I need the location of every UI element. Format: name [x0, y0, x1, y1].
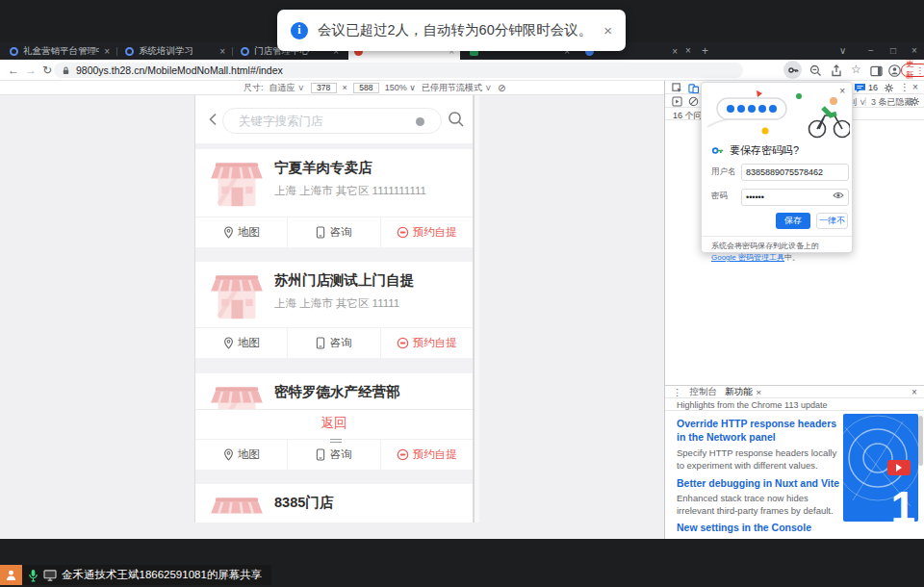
zoom-dropdown[interactable]: 150% ∨	[385, 83, 416, 92]
mobile-page: 宁夏羊肉专卖店 上海 上海市 其它区 1111111111 地图 咨询	[194, 95, 474, 523]
consult-button[interactable]: 咨询	[288, 328, 380, 358]
username-field[interactable]	[741, 164, 849, 181]
dimensions-mode-dropdown[interactable]: 自适应 ∨	[270, 82, 305, 94]
bookmark-star-icon[interactable]: ☆	[851, 63, 861, 76]
consult-button[interactable]: 咨询	[288, 217, 380, 247]
drawer-scrollbar[interactable]	[918, 416, 923, 466]
inspect-element-icon[interactable]	[672, 83, 682, 93]
console-settings-gear-icon[interactable]	[910, 96, 920, 107]
never-save-button[interactable]: 一律不	[816, 213, 848, 229]
rotate-viewport-icon[interactable]: ⊘	[498, 83, 505, 93]
password-manager-link[interactable]: Google 密码管理工具	[711, 253, 784, 262]
settings-gear-icon[interactable]	[884, 83, 894, 93]
store-address: 上海 上海市 其它区 11111	[274, 296, 399, 311]
times-label: ×	[343, 83, 347, 92]
tab-separator	[232, 47, 233, 56]
consult-button[interactable]: 咨询	[288, 440, 380, 470]
new-tab-button[interactable]: +	[702, 44, 708, 58]
tab-close-icon[interactable]: ×	[672, 46, 678, 57]
toast-message: 会议已超过2人，自动转为60分钟限时会议。	[318, 21, 592, 39]
tab-close-icon[interactable]: ×	[685, 45, 691, 56]
share-icon[interactable]	[831, 64, 842, 81]
password-key-icon	[711, 144, 724, 157]
run-snippet-icon[interactable]	[672, 96, 682, 107]
store-card[interactable]: 苏州门店测试上门自提 上海 上海市 其它区 11111 地图 咨询	[195, 262, 473, 358]
pickup-button[interactable]: 预约自提	[381, 440, 473, 470]
drawer-tab-close-icon[interactable]: ×	[757, 387, 762, 397]
storefront-icon	[209, 160, 265, 208]
reload-icon[interactable]: ↻	[42, 64, 52, 77]
store-name: 宁夏羊肉专卖店	[274, 159, 372, 177]
console-messages-icon[interactable]	[854, 83, 866, 93]
touch-cursor-dot	[416, 117, 424, 126]
drawer-tab-console[interactable]: 控制台	[690, 386, 718, 398]
video-number: 1	[890, 485, 915, 522]
browser-tab-2[interactable]: 系统培训学习 ×	[119, 43, 231, 60]
info-icon: i	[291, 22, 308, 39]
throttling-dropdown[interactable]: 已停用节流模式 ∨	[422, 82, 492, 94]
pickup-icon	[397, 226, 409, 239]
side-panel-icon[interactable]	[870, 64, 883, 81]
tab-close-icon[interactable]: ×	[104, 46, 110, 57]
back-bar[interactable]: 返回	[195, 409, 473, 437]
save-password-button[interactable]: 保存	[776, 213, 810, 229]
chrome-update-button[interactable]: 更新 ⋮	[901, 64, 924, 77]
location-pin-icon	[223, 337, 234, 349]
tab-search-icon[interactable]: ∨	[839, 45, 846, 56]
whats-new-item-desc: Specify HTTP response headers locally to…	[677, 447, 838, 472]
storefront-icon	[209, 272, 265, 320]
address-bar[interactable]: 9800ys.th28.cn/MobileModNoMall.html#/ind…	[54, 63, 743, 78]
search-icon[interactable]	[448, 111, 465, 128]
map-button[interactable]: 地图	[195, 217, 288, 247]
drawer-tab-whats-new[interactable]: 新功能 ×	[725, 386, 761, 398]
show-password-eye-icon[interactable]	[833, 191, 844, 200]
tab-favicon	[10, 47, 18, 56]
store-card[interactable]: 8385门店	[195, 484, 473, 523]
kebab-menu-icon[interactable]: ⋮	[900, 82, 910, 92]
map-button[interactable]: 地图	[195, 328, 288, 358]
store-name: 密特罗德水产经营部	[274, 383, 400, 401]
pickup-button[interactable]: 预约自提	[381, 328, 473, 358]
window-close-button[interactable]: ×	[911, 45, 917, 56]
forward-icon[interactable]: →	[25, 64, 37, 77]
whats-new-item-title[interactable]: New settings in the Console	[677, 522, 842, 535]
tab-close-icon[interactable]: ×	[219, 46, 225, 57]
play-button-icon[interactable]	[887, 460, 911, 475]
viewport-resize-gutter[interactable]	[474, 95, 479, 523]
store-search-box[interactable]	[222, 108, 442, 134]
whats-new-item-title[interactable]: Override HTTP response headers in the Ne…	[677, 418, 842, 444]
device-toolbar-icon[interactable]	[688, 83, 699, 93]
store-search-input[interactable]	[239, 109, 383, 133]
store-actions: 地图 咨询 预约自提	[195, 217, 473, 247]
screen-share-bar: 金禾通技术王斌18662591081的屏幕共享	[0, 565, 271, 585]
window-maximize-button[interactable]: □	[890, 45, 896, 56]
browser-tab-1[interactable]: 礼盒营销平台管理中心 ×	[4, 43, 116, 60]
whats-new-header: Highlights from the Chrome 113 update	[665, 398, 924, 411]
back-chevron-icon[interactable]	[209, 113, 218, 126]
clear-console-icon[interactable]	[688, 96, 699, 107]
page-viewport: 尺寸: 自适应 ∨ × 150% ∨ 已停用节流模式 ∨ ⊘	[0, 81, 664, 539]
devtools-close-icon[interactable]: ×	[912, 82, 918, 92]
pickup-button[interactable]: 预约自提	[381, 217, 473, 247]
drag-handle[interactable]	[330, 439, 342, 443]
map-button[interactable]: 地图	[195, 440, 288, 470]
profile-avatar-icon[interactable]	[888, 64, 901, 81]
drawer-close-icon[interactable]: ×	[911, 387, 917, 397]
update-label: 更新	[906, 59, 914, 82]
viewport-height-input[interactable]	[353, 83, 379, 93]
back-icon[interactable]: ←	[8, 64, 19, 77]
whats-new-item-title[interactable]: Better debugging in Nuxt and Vite	[677, 477, 842, 491]
viewport-width-input[interactable]	[311, 83, 337, 93]
person-icon	[5, 569, 17, 581]
back-label: 返回	[321, 415, 347, 432]
store-card[interactable]: 宁夏羊肉专卖店 上海 上海市 其它区 1111111111 地图 咨询	[195, 149, 473, 247]
device-toolbar: 尺寸: 自适应 ∨ × 150% ∨ 已停用节流模式 ∨ ⊘	[0, 81, 664, 95]
toast-close-icon[interactable]: ×	[603, 22, 612, 38]
whats-new-video-thumbnail[interactable]: 1	[843, 414, 918, 522]
zoom-out-icon[interactable]	[809, 64, 822, 81]
password-manager-icon[interactable]	[783, 61, 802, 79]
drawer-kebab-icon[interactable]: ⋮	[673, 387, 682, 397]
window-minimize-button[interactable]: −	[868, 45, 874, 56]
divider: |	[864, 96, 866, 106]
pickup-icon	[397, 448, 409, 461]
